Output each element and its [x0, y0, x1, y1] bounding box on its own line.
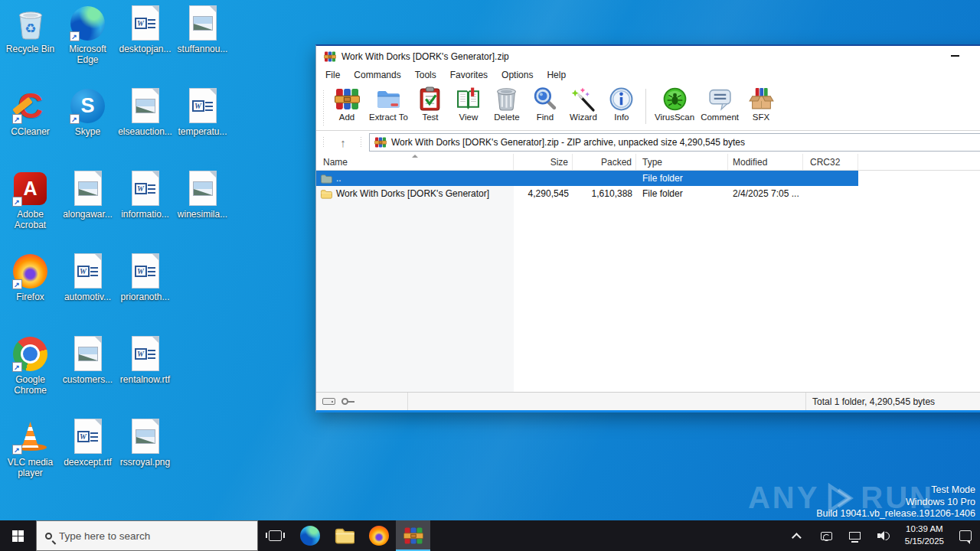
desktop-icon-skype[interactable]: Skype — [59, 87, 116, 170]
desktop-icon-stuffannou[interactable]: stuffannou... — [174, 5, 231, 87]
image-file-icon — [70, 335, 106, 372]
shortcut-arrow-icon — [12, 445, 22, 455]
page-fold — [152, 336, 159, 344]
add-button[interactable]: Add — [328, 86, 366, 122]
tray-volume-button[interactable] — [872, 520, 895, 551]
watermark-mode: Test Mode — [816, 484, 975, 496]
extract-to-button[interactable]: Extract To — [366, 86, 411, 122]
file-row-parent[interactable]: .. File folder — [316, 171, 858, 186]
desktop-icon-desktopjan[interactable]: W desktopjan... — [116, 5, 174, 87]
column-header-packed[interactable]: Packed — [573, 154, 636, 170]
status-total: Total 1 folder, 4,290,545 bytes — [805, 393, 980, 410]
file-list: Name Size Packed Type Modified CRC32 .. … — [316, 154, 980, 392]
search-input[interactable] — [59, 530, 227, 542]
edge-icon — [70, 5, 106, 41]
text-lines — [90, 267, 98, 276]
desktop-icon-temperatu[interactable]: W temperatu... — [174, 87, 231, 170]
tray-display-button[interactable] — [815, 520, 838, 551]
shortcut-arrow-icon — [12, 279, 22, 289]
virusscan-button[interactable]: VirusScan — [652, 86, 697, 122]
shortcut-arrow-icon — [12, 362, 22, 372]
desktop-icon-label: customers... — [63, 374, 113, 385]
test-button[interactable]: Test — [411, 86, 449, 122]
find-button[interactable]: Find — [526, 86, 564, 122]
address-field[interactable]: Work With Dorks [DORK's Generator].zip -… — [369, 133, 980, 152]
desktop-icon-label: Recycle Bin — [6, 44, 54, 54]
desktop-icon-elseauction[interactable]: elseauction... — [116, 87, 174, 170]
up-one-level-button[interactable]: ↑ — [332, 133, 354, 152]
task-view-button[interactable] — [258, 520, 292, 551]
action-center-button[interactable] — [954, 520, 977, 551]
view-button[interactable]: View — [449, 86, 488, 122]
menu-favorites[interactable]: Favorites — [443, 67, 495, 83]
desktop-icon-adobe-acrobat[interactable]: A Adobe Acrobat — [2, 170, 59, 253]
desktop-icon-prioranoth[interactable]: W prioranoth... — [116, 253, 174, 335]
desktop-icon-microsoft-edge[interactable]: Microsoft Edge — [59, 5, 116, 87]
column-header-crc32[interactable]: CRC32 — [803, 154, 858, 170]
toolbar-grip — [322, 89, 325, 126]
desktop-icon-firefox[interactable]: Firefox — [2, 253, 59, 335]
column-header-type[interactable]: Type — [636, 154, 728, 170]
word-file-icon: W — [127, 253, 164, 289]
comment-bubble-icon — [707, 86, 733, 112]
shortcut-arrow-icon — [70, 31, 80, 41]
desktop-icon-rentalnow[interactable]: W rentalnow.rtf — [116, 335, 174, 418]
chevron-up-icon — [792, 533, 802, 543]
address-text: Work With Dorks [DORK's Generator].zip -… — [391, 137, 745, 148]
taskbar-clock[interactable]: 10:39 AM 5/15/2025 — [900, 523, 949, 547]
desktop-icon-deexcept[interactable]: W deexcept.rtf — [59, 418, 116, 500]
comment-button[interactable]: Comment — [697, 86, 742, 122]
menu-bar: File Commands Tools Favorites Options He… — [316, 67, 980, 83]
text-lines — [148, 184, 155, 194]
menu-help[interactable]: Help — [540, 67, 573, 83]
desktop-icon-winesimila[interactable]: winesimila... — [174, 170, 231, 253]
list-header: Name Size Packed Type Modified CRC32 — [316, 154, 980, 171]
desktop-icon-rssroyal[interactable]: rssroyal.png — [116, 418, 174, 500]
desktop-icon-google-chrome[interactable]: Google Chrome — [2, 335, 59, 418]
taskbar-firefox-button[interactable] — [361, 520, 396, 551]
watermark-text: Test Mode Windows 10 Pro Build 19041.vb_… — [816, 484, 975, 520]
desktop-icon-label: elseauction... — [118, 126, 172, 137]
column-header-modified[interactable]: Modified — [728, 154, 803, 170]
tray-network-button[interactable] — [844, 520, 867, 551]
minimize-button[interactable] — [942, 49, 967, 63]
desktop-icon-automotiv[interactable]: W automotiv... — [59, 253, 116, 335]
start-button[interactable] — [0, 520, 36, 551]
desktop-icon-recycle-bin[interactable]: ♻ Recycle Bin — [2, 5, 59, 87]
word-file-icon: W — [127, 170, 164, 207]
text-lines — [148, 19, 155, 28]
info-icon — [609, 86, 634, 112]
menu-options[interactable]: Options — [495, 67, 540, 83]
tray-expand-button[interactable] — [787, 520, 810, 551]
taskbar-edge-button[interactable] — [292, 520, 327, 551]
desktop-icon-customers[interactable]: customers... — [59, 335, 116, 418]
word-mark: W — [135, 18, 147, 29]
task-view-icon — [269, 530, 282, 541]
column-header-name[interactable]: Name — [316, 154, 514, 170]
desktop-icon-vlc[interactable]: VLC media player — [2, 418, 59, 500]
taskbar-search[interactable] — [36, 520, 258, 551]
taskbar-explorer-button[interactable] — [327, 520, 361, 551]
info-button[interactable]: Info — [603, 86, 641, 122]
file-row-work-with-dorks[interactable]: Work With Dorks [DORK's Generator] 4,290… — [316, 186, 858, 201]
desktop-icon-alongawar[interactable]: alongawar... — [59, 170, 116, 253]
menu-tools[interactable]: Tools — [408, 67, 443, 83]
desktop-icon-informatio[interactable]: W informatio... — [116, 170, 174, 253]
page-fold — [209, 88, 217, 96]
action-center-icon — [959, 530, 972, 541]
winrar-mini-icon — [374, 136, 387, 148]
wizard-button[interactable]: Wizard — [564, 86, 603, 122]
menu-commands[interactable]: Commands — [347, 67, 407, 83]
delete-trash-icon — [494, 86, 519, 112]
menu-file[interactable]: File — [318, 67, 347, 83]
column-header-size[interactable]: Size — [514, 154, 573, 170]
desktop-icon-label: Microsoft Edge — [59, 44, 116, 65]
status-left — [316, 393, 408, 410]
recycle-bin-icon: ♻ — [12, 5, 49, 41]
taskbar-winrar-button[interactable] — [396, 520, 430, 551]
address-grip2 — [359, 135, 363, 148]
taskbar: 10:39 AM 5/15/2025 — [0, 520, 980, 551]
sfx-button[interactable]: SFX — [742, 86, 780, 122]
desktop-icon-ccleaner[interactable]: C CCleaner — [2, 87, 59, 170]
delete-button[interactable]: Delete — [488, 86, 526, 122]
